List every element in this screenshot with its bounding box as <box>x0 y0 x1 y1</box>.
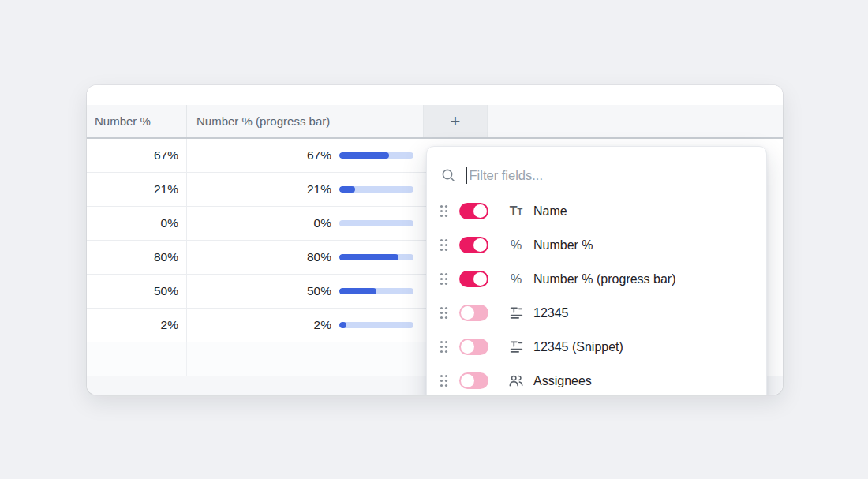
cell-value: 67% <box>307 148 331 163</box>
progress-bar-fill <box>339 152 389 159</box>
field-list-item[interactable]: % Number % (progress bar) <box>427 262 766 296</box>
toggle-knob <box>461 340 474 354</box>
progress-bar <box>339 254 413 260</box>
field-toggle[interactable] <box>459 305 488 321</box>
header-spacer <box>488 105 783 137</box>
cell-number-percent[interactable]: 67% <box>87 139 187 172</box>
field-list-item[interactable]: 12345 <box>427 296 766 330</box>
progress-bar <box>339 288 413 294</box>
cell-number-percent-progress[interactable]: 67% <box>187 139 424 172</box>
field-list-item[interactable]: 12345 (Snippet) <box>427 330 766 364</box>
column-header-label: Number % <box>95 114 151 128</box>
cell-number-percent-progress[interactable]: 0% <box>187 207 424 240</box>
filter-fields-input[interactable]: Filter fields... <box>427 159 766 191</box>
field-toggle[interactable] <box>459 339 488 355</box>
cell-value: 0% <box>161 216 178 230</box>
add-column-button[interactable]: + <box>424 105 488 137</box>
toggle-knob <box>473 238 487 252</box>
field-list-item[interactable]: TT Name <box>427 194 766 228</box>
cell-value: 50% <box>307 284 331 298</box>
field-list-item[interactable]: Assignees <box>427 364 766 395</box>
toggle-knob <box>473 204 487 218</box>
cell-number-percent-progress[interactable]: 21% <box>187 173 424 206</box>
progress-bar-fill <box>339 254 398 260</box>
field-toggle[interactable] <box>459 237 488 253</box>
field-list: TT Name % Number % % Number % <box>427 194 766 395</box>
cell-value: 80% <box>154 250 178 264</box>
column-header-number-percent[interactable]: Number % <box>87 105 187 137</box>
text-cursor <box>466 167 467 184</box>
cell-number-percent[interactable]: 2% <box>87 309 187 342</box>
cell-number-percent-progress[interactable]: 50% <box>187 275 424 308</box>
progress-bar <box>339 220 413 226</box>
text-type-icon: TT <box>506 204 526 219</box>
field-label: Number % <box>533 238 593 253</box>
cell-value: 21% <box>154 182 178 196</box>
table-window: Number % Number % (progress bar) + 67% 6… <box>87 85 783 395</box>
empty-cell <box>87 342 187 376</box>
cell-value: 21% <box>307 182 331 196</box>
drag-handle-icon[interactable] <box>440 374 448 387</box>
field-visibility-panel: Filter fields... TT Name % N <box>426 146 767 395</box>
toggle-knob <box>473 272 487 286</box>
field-toggle[interactable] <box>459 203 488 219</box>
people-icon <box>506 374 526 387</box>
percent-icon: % <box>506 238 526 253</box>
cell-value: 2% <box>314 318 331 332</box>
column-header-number-percent-progress-bar[interactable]: Number % (progress bar) <box>187 105 424 137</box>
progress-bar-fill <box>339 186 355 193</box>
cell-value: 2% <box>161 318 178 332</box>
progress-bar-fill <box>339 322 346 328</box>
progress-bar <box>339 186 413 193</box>
cell-value: 67% <box>154 148 178 163</box>
cell-number-percent[interactable]: 21% <box>87 173 187 206</box>
filter-fields-placeholder: Filter fields... <box>470 168 544 183</box>
cell-value: 0% <box>314 216 331 230</box>
toggle-knob <box>461 306 474 320</box>
cell-number-percent-progress[interactable]: 2% <box>187 309 424 342</box>
field-label: Assignees <box>533 374 592 388</box>
field-toggle[interactable] <box>459 271 488 287</box>
progress-bar <box>339 152 413 159</box>
toggle-knob <box>461 374 474 387</box>
cell-number-percent[interactable]: 0% <box>87 207 187 240</box>
progress-bar <box>339 322 413 328</box>
field-list-item[interactable]: % Number % <box>427 228 766 262</box>
field-toggle[interactable] <box>459 372 488 389</box>
drag-handle-icon[interactable] <box>440 272 448 286</box>
drag-handle-icon[interactable] <box>440 238 448 252</box>
progress-bar-fill <box>339 288 376 294</box>
cell-number-percent-progress[interactable]: 80% <box>187 241 424 274</box>
percent-icon: % <box>506 272 526 286</box>
page: { "table": { "columns": [ { "label": "Nu… <box>0 0 868 479</box>
window-top-strip <box>87 85 783 105</box>
cell-value: 80% <box>307 250 331 264</box>
cell-number-percent[interactable]: 50% <box>87 275 187 308</box>
snippet-icon <box>506 306 526 320</box>
field-label: 12345 <box>533 306 569 320</box>
column-header-label: Number % (progress bar) <box>196 114 330 128</box>
search-icon <box>441 168 456 183</box>
drag-handle-icon[interactable] <box>440 204 448 218</box>
drag-handle-icon[interactable] <box>440 306 448 320</box>
table-header-row: Number % Number % (progress bar) + <box>87 105 783 139</box>
cell-number-percent[interactable]: 80% <box>87 241 187 274</box>
snippet-icon <box>506 340 526 354</box>
field-label: Number % (progress bar) <box>533 272 676 286</box>
field-label: 12345 (Snippet) <box>533 340 623 354</box>
cell-value: 50% <box>154 284 178 298</box>
plus-icon: + <box>451 111 461 132</box>
field-label: Name <box>533 204 567 219</box>
drag-handle-icon[interactable] <box>440 340 448 354</box>
